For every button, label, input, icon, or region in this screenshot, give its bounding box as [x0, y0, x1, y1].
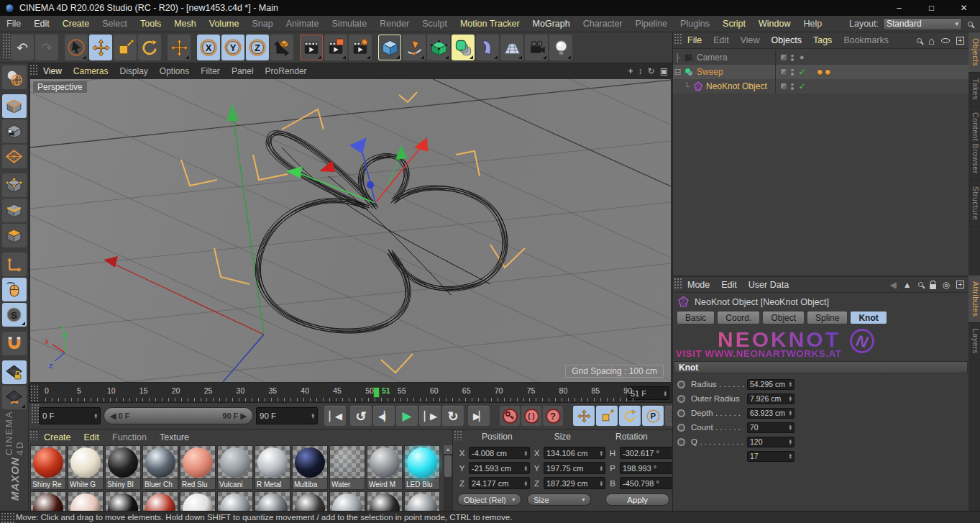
menu-snap[interactable]: Snap — [245, 19, 279, 29]
object-menu-edit[interactable]: Edit — [707, 35, 735, 45]
transport-grip[interactable] — [30, 403, 39, 424]
stepper-icon[interactable]: ▴▾ — [94, 413, 97, 419]
menu-mesh[interactable]: Mesh — [168, 19, 203, 29]
position-field-Y[interactable]: -21.593 cm▴▾ — [469, 462, 530, 474]
object-name[interactable]: Sweep — [697, 67, 723, 77]
material-row2-4[interactable] — [180, 491, 216, 511]
next-frame-button[interactable]: ▏▶ — [419, 406, 441, 426]
timeline-grip[interactable] — [29, 384, 38, 402]
model-mode-button[interactable] — [2, 94, 27, 118]
param-field[interactable]: 7.926 cm▴▾ — [747, 394, 794, 404]
material-vulcani[interactable]: Vulcani — [217, 445, 253, 490]
stepper-icon[interactable]: ▴▾ — [664, 391, 667, 396]
stepper-icon[interactable]: ▴▾ — [524, 450, 527, 456]
menu-motion-tracker[interactable]: Motion Tracker — [454, 19, 526, 29]
edges-mode-button[interactable] — [2, 199, 27, 222]
current-frame-field[interactable]: 51 F ▴▾ — [628, 386, 669, 400]
maximize-button[interactable]: □ — [915, 0, 948, 16]
object-menu-tags[interactable]: Tags — [807, 35, 838, 45]
object-manager-grip[interactable] — [673, 32, 682, 44]
viewport-menu-panel[interactable]: Panel — [226, 66, 260, 76]
lock-icon[interactable] — [930, 284, 936, 289]
keyframe-circle-icon[interactable] — [677, 424, 685, 432]
workplane-free-button[interactable] — [2, 386, 27, 409]
apply-button[interactable]: Apply — [605, 494, 669, 506]
autokey-button[interactable]: ( ) — [521, 406, 541, 426]
close-button[interactable]: ✕ — [948, 0, 980, 16]
workplane-lock-button[interactable] — [2, 360, 27, 384]
position-mode-dropdown[interactable]: Object (Rel) ▾ — [457, 494, 521, 506]
stepper-icon[interactable]: ▴▾ — [789, 424, 792, 430]
tree-toggle[interactable]: ⊟ — [673, 67, 682, 77]
end-frame-field[interactable]: 90 F ▴▾ — [256, 407, 318, 424]
menu-render[interactable]: Render — [373, 19, 416, 29]
panel-tab-objects[interactable]: Objects — [968, 32, 980, 73]
search-icon[interactable] — [968, 22, 973, 27]
lock-x-axis-button[interactable]: X — [197, 35, 220, 60]
goto-end-button[interactable]: ▶▏ — [468, 406, 490, 426]
history-back-icon[interactable]: ◀ — [889, 280, 896, 290]
visibility-dots-icon[interactable] — [791, 69, 794, 76]
start-frame-field[interactable]: 0 F ▴▾ — [39, 407, 101, 424]
timeline-ruler[interactable]: 51 051015202530354045505560657075808590 … — [29, 383, 672, 403]
zoom-view-icon[interactable]: ↕ — [638, 66, 643, 76]
material-row2-6[interactable] — [255, 491, 290, 511]
workplane-mode-button[interactable] — [2, 145, 27, 168]
object-name[interactable]: Camera — [697, 53, 728, 63]
add-deformer-button[interactable] — [476, 35, 499, 60]
render-target-icon[interactable]: ⌖ — [797, 53, 807, 63]
material-weird-m[interactable]: Weird M — [367, 445, 403, 490]
material-grip[interactable] — [29, 429, 37, 440]
panel-tab-structure[interactable]: Structure — [968, 181, 980, 227]
object-menu-view[interactable]: View — [735, 35, 766, 45]
param-field[interactable]: 120▴▾ — [747, 437, 794, 447]
toolbar-grip[interactable] — [1, 32, 10, 58]
status-grip[interactable] — [0, 511, 16, 523]
layer-color-icon[interactable] — [780, 54, 787, 61]
object-menu-bookmarks[interactable]: Bookmarks — [838, 35, 894, 45]
enable-snap-button[interactable] — [2, 332, 27, 355]
material-row2-10[interactable] — [404, 491, 440, 511]
tweak-mode-button[interactable] — [2, 278, 27, 301]
add-environment-button[interactable] — [500, 35, 523, 60]
points-mode-button[interactable] — [2, 173, 27, 197]
material-shiny-bl[interactable]: Shiny Bl — [105, 445, 141, 490]
material-led-blu[interactable]: LED Blu — [404, 445, 440, 490]
object-name[interactable]: NeoKnot Object — [706, 81, 767, 91]
layer-color-icon[interactable] — [780, 68, 787, 76]
size-mode-dropdown[interactable]: Size ▾ — [527, 494, 591, 506]
stepper-icon[interactable]: ▴▾ — [600, 465, 603, 471]
target-icon[interactable]: ◎ — [943, 280, 950, 290]
attribute-menu-mode[interactable]: Mode — [682, 280, 715, 290]
add-sweep-button[interactable] — [452, 35, 475, 60]
object-menu-objects[interactable]: Objects — [766, 35, 807, 45]
material-menu-texture[interactable]: Texture — [153, 432, 196, 442]
material-row2-5[interactable] — [217, 491, 253, 511]
menu-sculpt[interactable]: Sculpt — [416, 19, 454, 29]
axis-mode-button[interactable] — [2, 253, 27, 276]
home-icon[interactable]: ⌂ — [928, 35, 935, 47]
param-field[interactable]: 63.923 cm▴▾ — [747, 408, 794, 419]
menu-simulate[interactable]: Simulate — [326, 19, 374, 29]
object-row-camera[interactable]: ├Camera⌖ — [673, 50, 968, 65]
play-button[interactable]: ▶ — [396, 406, 418, 426]
material-red-slu[interactable]: Red Slu — [180, 445, 216, 490]
panel-tab-content-browser[interactable]: Content Browser — [968, 106, 980, 181]
frame-ruler[interactable]: 51 051015202530354045505560657075808590 — [38, 384, 628, 402]
lock-y-axis-button[interactable]: Y — [221, 35, 244, 60]
attribute-menu-user-data[interactable]: User Data — [743, 280, 794, 290]
material-menu-create[interactable]: Create — [37, 432, 78, 442]
rotation-field-P[interactable]: 198.993 °▴▾ — [620, 462, 677, 474]
material-white-g[interactable]: White G — [68, 445, 104, 490]
tab-knot[interactable]: Knot — [850, 311, 887, 324]
knot-section-header[interactable]: Knot — [674, 361, 968, 373]
material-row2-8[interactable] — [329, 491, 365, 511]
material-scrollbar[interactable]: ▲ — [444, 445, 452, 511]
render-settings-button[interactable] — [349, 35, 372, 60]
size-field-X[interactable]: 134.106 cm▴▾ — [544, 447, 605, 459]
scroll-up-icon[interactable]: ▲ — [444, 445, 452, 454]
viewport-canvas[interactable]: Y X Z Perspective Grid Spacing : 100 cm — [29, 79, 672, 383]
key-rotation-toggle[interactable] — [619, 406, 641, 426]
param-field[interactable]: 54.295 cm▴▾ — [747, 379, 794, 390]
position-field-X[interactable]: -4.008 cm▴▾ — [469, 447, 530, 459]
